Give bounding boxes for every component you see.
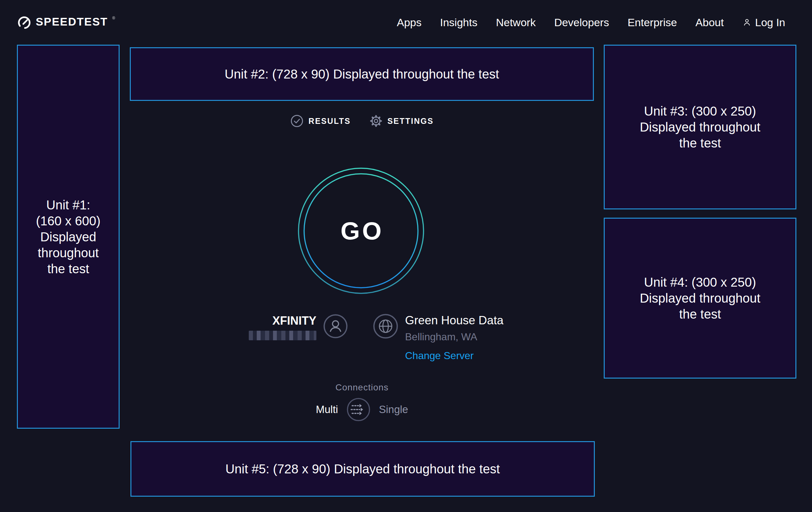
tab-settings-label: SETTINGS <box>387 116 434 126</box>
isp-user-icon[interactable] <box>323 314 348 339</box>
gear-icon <box>369 114 383 128</box>
speedometer-icon <box>17 16 31 30</box>
server-name: Green House Data <box>405 314 503 327</box>
ad-unit-5-text: Unit #5: (728 x 90) Displayed throughout… <box>226 461 500 477</box>
tab-results-label: RESULTS <box>309 116 350 126</box>
ad-unit-1-skyscraper[interactable]: Unit #1: (160 x 600) Displayed throughou… <box>17 45 120 429</box>
ad-unit-1-text: Unit #1: (160 x 600) Displayed throughou… <box>36 197 100 277</box>
main-nav: Apps Insights Network Developers Enterpr… <box>397 16 785 29</box>
nav-item-developers[interactable]: Developers <box>554 16 609 29</box>
connections-multi-arrows-icon[interactable] <box>346 397 371 422</box>
check-circle-icon <box>290 114 303 128</box>
connections-multi-label[interactable]: Multi <box>316 403 338 415</box>
ad-unit-5-leaderboard[interactable]: Unit #5: (728 x 90) Displayed throughout… <box>130 441 595 497</box>
results-settings-tabs: RESULTS SETTINGS <box>130 114 594 128</box>
go-button-label: GO <box>297 167 425 295</box>
server-info: Green House Data Bellingham, WA Change S… <box>373 314 503 362</box>
person-icon <box>742 18 752 27</box>
logo-text: SPEEDTEST <box>36 15 108 28</box>
connections-toggle-row: Multi Single <box>130 397 594 422</box>
server-globe-icon[interactable] <box>373 314 398 339</box>
speedtest-logo[interactable]: SPEEDTEST ® <box>17 15 115 30</box>
isp-info: XFINITY <box>223 314 348 340</box>
change-server-link[interactable]: Change Server <box>405 350 474 362</box>
isp-name: XFINITY <box>272 314 316 327</box>
ad-unit-3-rectangle[interactable]: Unit #3: (300 x 250) Displayed throughou… <box>604 45 796 209</box>
ad-unit-4-text: Unit #4: (300 x 250) Displayed throughou… <box>640 274 760 322</box>
trademark-symbol: ® <box>112 16 115 20</box>
isp-ip-redacted <box>249 331 316 340</box>
nav-item-network[interactable]: Network <box>496 16 536 29</box>
top-nav-bar: SPEEDTEST ® Apps Insights Network Develo… <box>0 0 812 45</box>
tab-settings[interactable]: SETTINGS <box>369 114 434 128</box>
ad-unit-3-text: Unit #3: (300 x 250) Displayed throughou… <box>640 103 760 151</box>
connections-single-label[interactable]: Single <box>379 403 408 415</box>
ad-unit-2-text: Unit #2: (728 x 90) Displayed throughout… <box>225 66 499 82</box>
nav-item-login[interactable]: Log In <box>742 16 785 29</box>
login-label: Log In <box>755 16 785 29</box>
nav-item-apps[interactable]: Apps <box>397 16 422 29</box>
nav-item-enterprise[interactable]: Enterprise <box>628 16 677 29</box>
nav-item-insights[interactable]: Insights <box>440 16 477 29</box>
server-location: Bellingham, WA <box>405 331 477 343</box>
ad-unit-2-leaderboard[interactable]: Unit #2: (728 x 90) Displayed throughout… <box>130 47 594 101</box>
tab-results[interactable]: RESULTS <box>290 114 350 128</box>
go-button[interactable]: GO <box>297 167 425 295</box>
connections-label: Connections <box>130 382 594 393</box>
nav-item-about[interactable]: About <box>696 16 724 29</box>
ad-unit-4-rectangle[interactable]: Unit #4: (300 x 250) Displayed throughou… <box>604 218 796 379</box>
